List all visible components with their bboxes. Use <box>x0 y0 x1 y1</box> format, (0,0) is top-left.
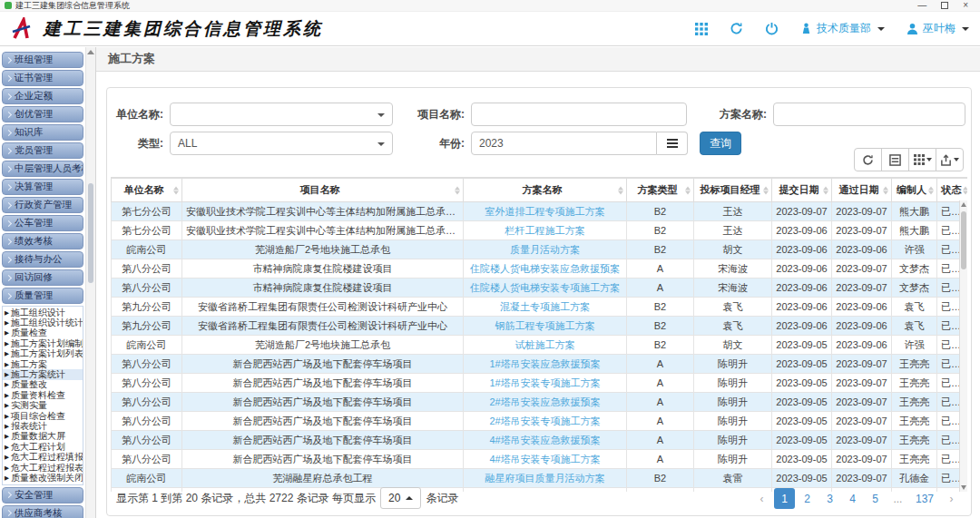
submenu-item[interactable]: ▶质量整改 <box>3 380 83 390</box>
sidebar-item-0[interactable]: 班组管理 <box>2 52 83 68</box>
page-size-value: 20 <box>388 492 400 504</box>
calendar-button[interactable] <box>657 132 688 155</box>
refresh-table-button[interactable] <box>854 148 882 171</box>
plan-name-input[interactable] <box>773 103 965 126</box>
submenu-item[interactable]: ▶质量数据大屏 <box>3 432 83 442</box>
submenu-item[interactable]: ▶危大工程计划 <box>3 442 83 452</box>
column-header[interactable]: 项目名称 <box>182 179 464 202</box>
column-header[interactable]: 方案类型 <box>627 179 694 202</box>
sidebar-item-3[interactable]: 创优管理 <box>2 106 83 122</box>
apps-grid-icon[interactable] <box>695 23 708 35</box>
submenu-item[interactable]: ▶施工组织设计 <box>3 308 83 318</box>
page-button[interactable]: 137 <box>910 488 939 509</box>
scroll-up-arrow-icon[interactable] <box>87 50 94 54</box>
submenu-item[interactable]: ▶实测实量 <box>3 401 83 411</box>
plan-link[interactable]: 1#塔吊安装应急救援预案 <box>464 355 627 374</box>
page-button[interactable]: 2 <box>797 488 818 509</box>
plan-link[interactable]: 混凝土专项施工方案 <box>464 298 627 317</box>
next-page-button[interactable]: › <box>941 488 962 509</box>
scrollbar-thumb[interactable] <box>88 183 93 283</box>
project-name-input[interactable] <box>471 103 687 126</box>
sidebar-item-9[interactable]: 公车管理 <box>2 215 83 231</box>
submenu-item[interactable]: ▶质量整改强制关闭 <box>3 473 83 483</box>
sidebar-item-bottom-0[interactable]: 安全管理 <box>2 487 83 503</box>
table-cell: 第八分公司 <box>112 259 182 279</box>
table-cell: A <box>627 393 694 412</box>
submenu-item[interactable]: ▶项目综合检查 <box>3 411 83 421</box>
plan-link[interactable]: 住院楼人货电梯安装应急救援预案 <box>464 259 627 279</box>
triangle-right-icon: ▶ <box>5 433 9 440</box>
plan-link[interactable]: 质量月活动方案 <box>464 240 627 259</box>
submenu-item[interactable]: ▶施工组织设计统计 <box>3 318 83 327</box>
submenu-item[interactable]: ▶危大工程过程填报 <box>3 452 83 462</box>
sort-icon <box>618 186 623 194</box>
plan-link[interactable]: 2023年质量月活动方案 <box>464 488 627 493</box>
submenu-item[interactable]: ▶报表统计 <box>3 421 83 431</box>
year-input[interactable] <box>471 132 657 155</box>
maximize-button[interactable] <box>941 2 948 9</box>
table-scrollbar[interactable] <box>959 200 967 492</box>
submenu-item[interactable]: ▶施工方案 <box>3 359 83 369</box>
refresh-icon[interactable] <box>730 22 743 35</box>
sidebar-item-label: 绩效考核 <box>15 235 53 248</box>
sidebar-item-1[interactable]: 证书管理 <box>2 70 83 86</box>
columns-button[interactable] <box>908 148 936 171</box>
submenu-item[interactable]: ▶质量检查 <box>3 328 83 338</box>
sidebar-item-10[interactable]: 绩效考核 <box>2 233 83 249</box>
sidebar-scrollbar[interactable] <box>85 47 96 518</box>
scrollbar-thumb[interactable] <box>961 211 966 269</box>
submenu-item[interactable]: ▶质量资料检查 <box>3 390 83 400</box>
power-icon[interactable] <box>765 22 779 35</box>
plan-link[interactable]: 4#塔吊安装应急救援预案 <box>464 431 627 450</box>
sidebar-item-7[interactable]: 决算管理 <box>2 179 83 195</box>
plan-link[interactable]: 钢筋工程专项施工方案 <box>464 317 627 336</box>
column-header[interactable]: 提交日期 <box>772 179 832 202</box>
plan-link[interactable]: 室外道排工程专项施工方案 <box>464 202 627 221</box>
close-button[interactable]: × <box>963 1 968 10</box>
submenu-item[interactable]: ▶施工方案计划列表 <box>3 349 83 359</box>
plan-link[interactable]: 2#塔吊安装应急救援预案 <box>464 393 627 412</box>
sidebar-item-5[interactable]: 党员管理 <box>2 142 83 159</box>
submenu-item[interactable]: ▶危大工程过程报表 <box>3 463 83 473</box>
plan-link[interactable]: 试桩施工方案 <box>464 336 627 355</box>
export-button[interactable] <box>936 148 964 171</box>
type-select[interactable]: ALL <box>170 132 393 155</box>
prev-page-button[interactable]: ‹ <box>751 488 772 509</box>
column-header[interactable]: 方案名称 <box>464 179 627 202</box>
sidebar-item-2[interactable]: 企业定额 <box>2 88 83 104</box>
page-button[interactable]: 5 <box>865 488 886 509</box>
sidebar-item-11[interactable]: 接待与办公 <box>2 251 83 268</box>
plan-link[interactable]: 2#塔吊安装专项施工方案 <box>464 412 627 431</box>
column-header-label: 项目名称 <box>300 184 340 195</box>
sidebar-item-6[interactable]: 中层管理人员考核 <box>2 161 83 177</box>
minimize-button[interactable]: — <box>917 1 926 10</box>
sidebar-item-bottom-1[interactable]: 供应商考核 <box>2 505 83 518</box>
plan-link[interactable]: 融星府项目质量月活动方案 <box>464 469 627 488</box>
submenu-item[interactable]: ▶施工方案计划编制 <box>3 338 83 348</box>
page-button[interactable]: 1 <box>774 488 795 509</box>
sidebar-item-quality[interactable]: 质量管理 <box>2 288 83 304</box>
plan-link[interactable]: 4#塔吊安装专项施工方案 <box>464 450 627 469</box>
unit-name-select[interactable] <box>170 103 393 126</box>
department-menu[interactable]: 技术质量部 <box>800 21 885 36</box>
submenu-item[interactable]: ▶施工方案统计 <box>3 369 83 379</box>
triangle-right-icon: ▶ <box>5 361 9 368</box>
sidebar-item-8[interactable]: 行政资产管理 <box>2 197 83 213</box>
column-header[interactable]: 编制人 <box>892 179 937 202</box>
sidebar-item-4[interactable]: 知识库 <box>2 124 83 141</box>
page-button[interactable]: 3 <box>819 488 840 509</box>
plan-link[interactable]: 住院楼人货电梯安装专项施工方案 <box>464 279 627 298</box>
page-button[interactable]: 4 <box>842 488 863 509</box>
plan-link[interactable]: 栏杆工程施工方案 <box>464 221 627 240</box>
toggle-view-button[interactable] <box>881 148 909 171</box>
page-size-select[interactable]: 20 <box>380 487 421 509</box>
user-menu[interactable]: 巫叶梅 <box>906 21 969 36</box>
sidebar-item-12[interactable]: 回访回修 <box>2 269 83 286</box>
column-header[interactable]: 单位名称 <box>112 179 182 202</box>
scroll-up-arrow-icon[interactable] <box>961 202 966 207</box>
plan-link[interactable]: 1#塔吊安装专项施工方案 <box>464 374 627 393</box>
column-header[interactable]: 投标项目经理 <box>694 179 772 202</box>
column-header[interactable]: 状态 <box>937 179 968 202</box>
column-header[interactable]: 通过日期 <box>832 179 892 202</box>
search-button[interactable]: 查询 <box>700 132 741 155</box>
